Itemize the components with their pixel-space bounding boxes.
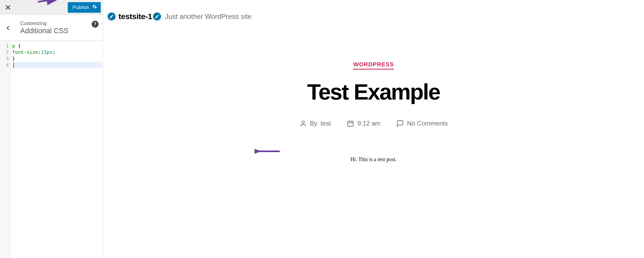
author-prefix: By [310,120,317,127]
comments-text: No Comments [407,120,448,127]
publish-label: Publish [73,5,89,10]
code-line: p { [12,43,21,49]
post-time: 9:12 am [357,120,380,127]
svg-point-0 [302,121,304,123]
comment-icon [396,120,404,127]
close-button[interactable] [0,0,16,15]
gear-icon [92,4,97,10]
svg-rect-1 [348,121,353,126]
post-category-link[interactable]: WORDPRESS [353,61,394,70]
code-line: font-size:15px; [12,49,56,55]
close-icon [5,5,11,10]
site-tagline: Just another WordPress site [165,12,252,21]
meta-author: By test [299,120,331,127]
calendar-icon [347,120,354,127]
line-gutter: 1 2 3 4 [0,41,11,258]
help-icon[interactable]: ? [92,21,99,28]
customizer-sidebar: Publish Customizing Additional CSS ? 1 2… [0,0,103,258]
code-line: } [12,56,15,61]
panel-subtitle: Customizing [20,21,99,26]
code-content[interactable]: p { font-size:15px; } | [11,41,103,258]
site-preview: testsite-1 Just another WordPress site W… [103,0,644,258]
line-number: 3 [0,55,9,62]
meta-comments[interactable]: No Comments [396,120,448,127]
post-meta: By test 9:12 am No Comments [103,120,644,127]
back-button[interactable] [0,15,16,41]
post-body: Hi. This is a test post. [103,156,644,162]
meta-date: 9:12 am [347,120,380,127]
customizer-top-bar: Publish [0,0,103,15]
post: WORDPRESS Test Example By test 9:12 am N… [103,61,644,162]
line-number: 4 [0,62,9,68]
edit-shortcut-title[interactable] [107,12,116,21]
panel-header: Customizing Additional CSS ? [0,15,103,41]
pencil-icon [109,14,114,19]
pencil-icon [155,14,159,19]
panel-title-wrap: Customizing Additional CSS ? [16,17,103,39]
edit-shortcut-tagline[interactable] [152,12,162,21]
line-number: 1 [0,43,9,49]
site-title[interactable]: testsite-1 [118,12,152,21]
panel-title: Additional CSS [20,27,99,35]
css-editor[interactable]: 1 2 3 4 p { font-size:15px; } | [0,41,103,258]
author-name[interactable]: test [321,120,331,127]
publish-button[interactable]: Publish [68,2,101,13]
chevron-left-icon [5,25,11,31]
line-number: 2 [0,49,9,55]
user-icon [299,120,307,127]
site-header: testsite-1 Just another WordPress site [103,12,644,21]
code-line: | [12,62,103,68]
post-title: Test Example [103,79,644,105]
